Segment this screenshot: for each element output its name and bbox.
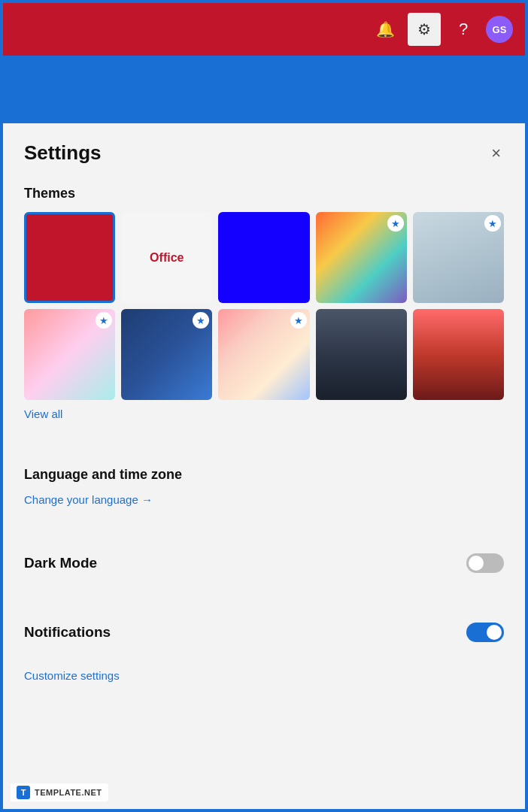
language-section: Language and time zone Change your langu…: [24, 467, 504, 507]
notifications-section: Notifications Customize settings: [24, 623, 504, 683]
star-icon-rainbow: ★: [391, 218, 400, 229]
theme-blue[interactable]: [218, 212, 309, 303]
star-badge-fabric: ★: [484, 215, 501, 232]
notifications-toggle[interactable]: [466, 623, 504, 642]
settings-title: Settings: [24, 141, 102, 165]
star-icon-sports: ★: [196, 315, 205, 326]
theme-red[interactable]: [24, 212, 115, 303]
avatar[interactable]: GS: [486, 16, 513, 43]
theme-fabric[interactable]: ★: [413, 212, 504, 303]
change-language-link[interactable]: Change your language →: [24, 493, 153, 506]
star-badge-sports: ★: [193, 312, 209, 329]
notifications-row: Notifications: [24, 623, 504, 642]
close-button[interactable]: ×: [488, 142, 504, 165]
theme-rainbow[interactable]: ★: [316, 212, 407, 303]
theme-colorful[interactable]: ★: [218, 309, 309, 400]
customize-settings-link[interactable]: Customize settings: [24, 669, 120, 682]
star-icon-colorful: ★: [294, 315, 303, 326]
arrow-annotation: [3, 56, 525, 123]
gear-icon: ⚙: [417, 20, 431, 38]
watermark: T TEMPLATE.NET: [11, 783, 108, 801]
avatar-label: GS: [493, 24, 507, 35]
themes-section-title: Themes: [24, 186, 504, 201]
themes-grid: Office ★ ★ ★ ★: [24, 212, 504, 400]
theme-anime[interactable]: ★: [24, 309, 115, 400]
bell-icon: 🔔: [376, 20, 395, 38]
dark-mode-knob: [469, 556, 484, 571]
theme-office[interactable]: Office: [121, 212, 212, 303]
notification-button[interactable]: 🔔: [369, 13, 402, 46]
view-all-link[interactable]: View all: [24, 408, 62, 420]
theme-sunset[interactable]: [413, 309, 504, 400]
dark-mode-toggle[interactable]: [466, 553, 504, 573]
dark-mode-label: Dark Mode: [24, 555, 97, 571]
star-badge-colorful: ★: [290, 312, 307, 329]
star-badge-anime: ★: [96, 312, 112, 329]
header-bar: 🔔 ⚙ ? GS: [3, 3, 525, 56]
arrow-svg: [249, 56, 309, 123]
star-badge-rainbow: ★: [387, 215, 404, 232]
watermark-icon-label: T: [21, 788, 26, 797]
notifications-knob: [487, 625, 502, 640]
star-icon-fabric: ★: [488, 218, 497, 229]
star-icon-anime: ★: [99, 315, 108, 326]
settings-button[interactable]: ⚙: [408, 13, 441, 46]
watermark-text: TEMPLATE.NET: [35, 788, 102, 797]
help-icon: ?: [459, 20, 468, 39]
theme-office-label: Office: [150, 251, 184, 265]
language-section-title: Language and time zone: [24, 467, 504, 483]
notifications-label: Notifications: [24, 624, 111, 641]
settings-panel: Settings × Themes Office ★ ★ ★: [3, 123, 525, 809]
watermark-icon: T: [17, 786, 30, 799]
theme-mountains[interactable]: [316, 309, 407, 400]
settings-header: Settings ×: [24, 141, 504, 165]
dark-mode-row: Dark Mode: [24, 553, 504, 573]
help-button[interactable]: ?: [447, 13, 480, 46]
svg-rect-2: [273, 67, 285, 116]
theme-sports[interactable]: ★: [121, 309, 212, 400]
